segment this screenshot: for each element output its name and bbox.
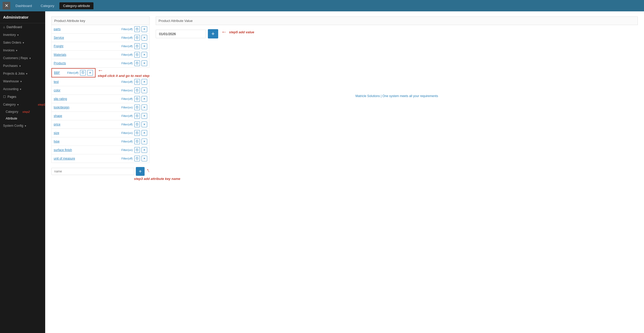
filter-unit-of-measure[interactable]: Filter(off) [121,157,133,160]
filter-service[interactable]: Filter(off) [121,36,133,39]
filter-materials[interactable]: Filter(off) [121,53,133,56]
delete-look-design-btn[interactable]: ✕ [142,105,147,110]
sidebar-sub-attribute[interactable]: Attribute [0,115,45,122]
sort-color-btn[interactable]: ⑪ [134,88,140,93]
attr-row-unit-of-measure: unit of measure Filter(off) ⑪ ✕ [51,154,150,163]
delete-size-btn[interactable]: ✕ [142,130,147,136]
right-panel-header: Product Attribute Value [156,17,638,25]
sidebar-item-system-config[interactable]: System Config ▾ [0,122,45,130]
delete-price-btn[interactable]: ✕ [142,122,147,127]
delete-products-btn[interactable]: ✕ [142,60,147,66]
chevron-down-icon: ▾ [23,41,24,44]
attr-name-products[interactable]: Products [54,61,120,65]
delete-freight-btn[interactable]: ✕ [142,43,147,49]
sidebar-sub-category[interactable]: Category [0,108,21,115]
delete-test-btn[interactable]: ✕ [142,79,147,85]
attr-name-type[interactable]: type [54,140,120,143]
tab-category-attribute[interactable]: Category-attribute [59,2,93,9]
attr-name-bbf[interactable]: BBF [54,71,66,75]
step4-annotation: step4 click it and go to next step [98,74,150,78]
filter-test[interactable]: Filter(off) [121,80,133,83]
filter-color[interactable]: Filter(on) [121,89,133,92]
close-button[interactable]: ✕ [3,2,10,10]
delete-surface-finish-btn[interactable]: ✕ [142,147,147,153]
sidebar-item-category[interactable]: Category ▾ [0,101,37,108]
sidebar-item-inventory[interactable]: Inventory ▾ [0,31,45,39]
delete-slip-rating-btn[interactable]: ✕ [142,96,147,102]
sidebar-item-invoices[interactable]: Invoices ▾ [0,46,45,54]
sort-products-btn[interactable]: ⑪ [134,60,140,66]
filter-price[interactable]: Filter(off) [121,123,133,126]
sidebar-item-dashboard[interactable]: ⌂ DashBoard [0,23,45,31]
sidebar-item-projects-jobs[interactable]: Projects & Jobs ▾ [0,70,45,77]
attr-name-look-design[interactable]: look/design [54,106,120,109]
tab-category[interactable]: Category [37,2,58,9]
attr-name-color[interactable]: color [54,89,120,92]
sort-unit-of-measure-btn[interactable]: ⑪ [134,156,140,161]
delete-materials-btn[interactable]: ✕ [142,52,147,58]
attr-name-parts[interactable]: parts [54,27,120,31]
sidebar-item-customers-reps[interactable]: Customers | Reps ▾ [0,54,45,62]
sort-price-btn[interactable]: ⑪ [134,122,140,127]
sidebar-item-sales-orders[interactable]: Sales Orders ▾ [0,39,45,46]
sort-type-btn[interactable]: ⑪ [134,139,140,144]
delete-type-btn[interactable]: ✕ [142,139,147,144]
attr-name-size[interactable]: size [54,131,120,135]
add-value-btn[interactable]: + [208,29,218,38]
sidebar-item-accounting[interactable]: Accounting ▾ [0,85,45,93]
name-input[interactable] [51,168,134,175]
attr-name-price[interactable]: price [54,123,120,126]
chevron-down-icon: ▾ [17,103,19,106]
sort-parts-btn[interactable]: ⑪ [134,26,140,32]
sort-service-btn[interactable]: ⑪ [134,35,140,41]
sort-materials-btn[interactable]: ⑪ [134,52,140,58]
step1-label: step1 [38,103,45,106]
delete-parts-btn[interactable]: ✕ [142,26,147,32]
add-attribute-btn[interactable]: + [136,167,145,176]
filter-freight[interactable]: Filter(off) [121,45,133,48]
attr-row-size: size Filter(on) ⑪ ✕ [51,129,150,137]
chevron-down-icon: ▾ [20,88,21,91]
sort-freight-btn[interactable]: ⑪ [134,43,140,49]
value-input[interactable] [156,30,206,38]
delete-shape-btn[interactable]: ✕ [142,113,147,119]
filter-bbf[interactable]: Filter(off) [67,71,78,74]
attr-name-unit-of-measure[interactable]: unit of measure [54,157,120,160]
sort-look-design-btn[interactable]: ⑪ [134,105,140,110]
filter-size[interactable]: Filter(on) [121,131,133,134]
filter-products[interactable]: Filter(off) [121,62,133,65]
sort-shape-btn[interactable]: ⑪ [134,113,140,119]
delete-bbf-btn[interactable]: ✕ [87,70,93,76]
attr-name-freight[interactable]: Freight [54,44,120,48]
sort-surface-finish-btn[interactable]: ⑪ [134,147,140,153]
filter-surface-finish[interactable]: Filter(on) [121,148,133,152]
filter-parts[interactable]: Filter(off) [121,28,133,31]
delete-service-btn[interactable]: ✕ [142,35,147,41]
filter-type[interactable]: Filter(off) [121,140,133,143]
attr-name-surface-finish[interactable]: surface finish [54,148,120,152]
delete-color-btn[interactable]: ✕ [142,88,147,93]
filter-slip-rating[interactable]: Filter(off) [121,97,133,100]
sidebar-item-pages[interactable]: ☐ Pages [0,93,45,101]
tab-dashboard[interactable]: Dashboard [12,2,36,9]
attr-name-test[interactable]: test [54,80,120,84]
attr-name-slip-rating[interactable]: slip rating [54,97,120,101]
chevron-down-icon: ▾ [25,124,26,127]
chevron-down-icon: ▾ [29,57,31,60]
sidebar-item-purchases[interactable]: Purchases ▾ [0,62,45,70]
attr-name-service[interactable]: Service [54,36,120,39]
sidebar-item-label: Warehouse [3,80,19,83]
sidebar-item-warehouse[interactable]: Warehouse ▾ [0,77,45,85]
attr-row-look-design: look/design Filter(on) ⑪ ✕ [51,103,150,112]
sort-test-btn[interactable]: ⑪ [134,79,140,85]
filter-shape[interactable]: Filter(off) [121,114,133,117]
sort-bbf-btn[interactable]: ⑪ [80,70,86,76]
sort-slip-rating-btn[interactable]: ⑪ [134,96,140,102]
sidebar-item-label: Pages [7,95,16,99]
sort-size-btn[interactable]: ⑪ [134,130,140,136]
delete-unit-of-measure-btn[interactable]: ✕ [142,156,147,161]
chevron-down-icon: ▾ [17,34,19,36]
attr-name-shape[interactable]: shape [54,114,120,118]
filter-look-design[interactable]: Filter(on) [121,106,133,109]
attr-name-materials[interactable]: Materials [54,53,120,57]
